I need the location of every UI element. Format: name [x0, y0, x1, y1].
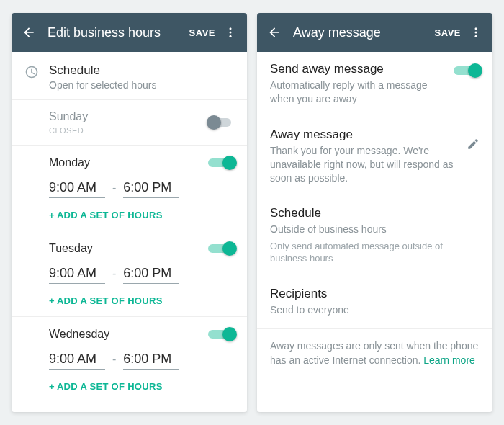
recipients-title: Recipients: [270, 287, 480, 301]
section-away-message[interactable]: Away message Thank you for your message.…: [257, 117, 492, 197]
appbar-title: Away message: [293, 25, 429, 40]
schedule-subtitle: Open for selected hours: [49, 79, 156, 91]
away-schedule-subtitle: Outside of business hours: [270, 223, 480, 236]
end-time-input[interactable]: 6:00 PM: [123, 266, 179, 284]
pencil-icon: [467, 138, 480, 151]
send-away-toggle[interactable]: [454, 63, 480, 78]
hours-line: 9:00 AM - 6:00 PM: [49, 352, 234, 370]
more-button[interactable]: [467, 23, 485, 42]
day-name: Monday: [49, 156, 90, 169]
day-toggle-monday[interactable]: [208, 156, 234, 170]
recipients-subtitle: Send to everyone: [270, 303, 480, 317]
send-away-subtitle: Automatically reply with a message when …: [270, 79, 446, 106]
day-row-wednesday: Wednesday 9:00 AM - 6:00 PM +ADD A SET O…: [12, 317, 247, 402]
back-button[interactable]: [267, 25, 287, 40]
more-vertical-icon: [469, 26, 482, 39]
svg-point-5: [475, 35, 477, 37]
away-schedule-note: Only send automated message outside of b…: [270, 241, 480, 265]
end-time-input[interactable]: 6:00 PM: [123, 352, 179, 370]
time-dash: -: [111, 353, 117, 369]
back-button[interactable]: [22, 25, 42, 40]
hours-line: 9:00 AM - 6:00 PM: [49, 266, 234, 284]
save-button[interactable]: SAVE: [184, 23, 221, 42]
appbar-left: Edit business hours SAVE: [12, 13, 247, 52]
plus-icon: +: [49, 295, 55, 306]
section-send-away[interactable]: Send away message Automatically reply wi…: [257, 52, 492, 117]
more-button[interactable]: [221, 23, 240, 42]
section-schedule[interactable]: Schedule Outside of business hours Only …: [257, 196, 492, 277]
svg-point-4: [475, 32, 477, 34]
add-hours-button[interactable]: +ADD A SET OF HOURS: [49, 210, 234, 220]
business-hours-pane: Edit business hours SAVE Schedule Open f…: [12, 13, 247, 412]
start-time-input[interactable]: 9:00 AM: [49, 180, 105, 198]
day-toggle-tuesday[interactable]: [208, 241, 234, 256]
away-message-body: Thank you for your message. We're unavai…: [270, 144, 459, 185]
add-hours-button[interactable]: +ADD A SET OF HOURS: [49, 295, 234, 306]
clock-icon: [24, 65, 39, 79]
day-name: Wednesday: [49, 328, 109, 341]
time-dash: -: [111, 182, 117, 197]
away-schedule-title: Schedule: [270, 206, 480, 220]
schedule-title: Schedule: [49, 63, 156, 78]
send-away-title: Send away message: [270, 62, 446, 76]
plus-icon: +: [49, 210, 55, 220]
closed-label: CLOSED: [49, 126, 88, 135]
more-vertical-icon: [224, 26, 237, 39]
day-row-monday: Monday 9:00 AM - 6:00 PM +ADD A SET OF H…: [12, 146, 247, 231]
appbar-right: Away message SAVE: [257, 13, 492, 52]
day-toggle-wednesday[interactable]: [208, 327, 234, 341]
add-hours-button[interactable]: +ADD A SET OF HOURS: [49, 381, 234, 392]
time-dash: -: [111, 267, 117, 283]
start-time-input[interactable]: 9:00 AM: [49, 266, 105, 284]
svg-point-2: [230, 35, 232, 37]
end-time-input[interactable]: 6:00 PM: [123, 180, 179, 198]
section-footer-note: Away messages are only sent when the pho…: [257, 329, 492, 379]
appbar-title: Edit business hours: [48, 25, 184, 40]
edit-button[interactable]: [467, 138, 480, 153]
svg-point-3: [475, 27, 477, 30]
day-row-sunday: Sunday CLOSED: [12, 100, 247, 146]
day-toggle-sunday[interactable]: [208, 115, 234, 130]
hours-line: 9:00 AM - 6:00 PM: [49, 180, 234, 198]
save-button[interactable]: SAVE: [429, 23, 467, 42]
day-row-tuesday: Tuesday 9:00 AM - 6:00 PM +ADD A SET OF …: [12, 231, 247, 317]
right-content: Send away message Automatically reply wi…: [257, 52, 492, 412]
start-time-input[interactable]: 9:00 AM: [49, 352, 105, 370]
arrow-left-icon: [22, 25, 36, 40]
schedule-header[interactable]: Schedule Open for selected hours: [12, 52, 247, 100]
away-message-title: Away message: [270, 128, 459, 142]
plus-icon: +: [49, 381, 55, 392]
away-message-pane: Away message SAVE Send away message Auto…: [257, 13, 492, 412]
section-recipients[interactable]: Recipients Send to everyone: [257, 277, 492, 329]
learn-more-link[interactable]: Learn more: [423, 354, 475, 366]
arrow-left-icon: [267, 25, 282, 40]
svg-point-1: [230, 32, 232, 34]
svg-point-0: [230, 27, 232, 30]
day-name: Tuesday: [49, 242, 93, 255]
day-name: Sunday: [49, 110, 88, 123]
left-content: Schedule Open for selected hours Sunday …: [12, 52, 247, 412]
